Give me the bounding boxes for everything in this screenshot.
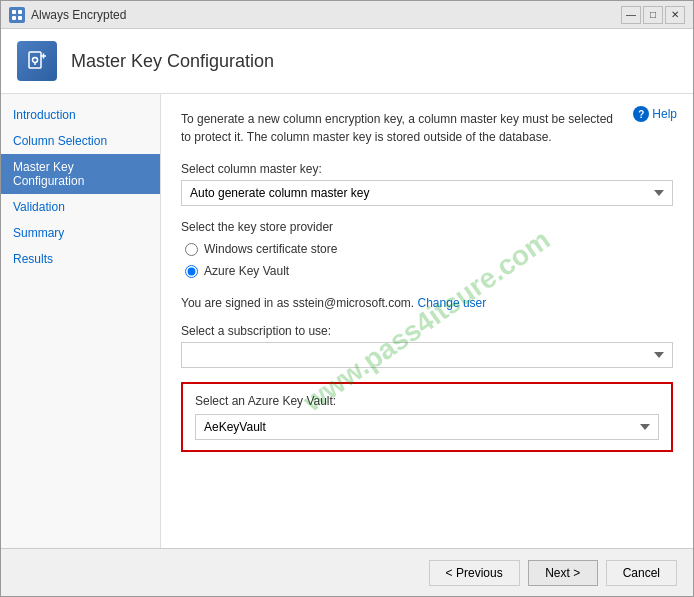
subscription-group: Select a subscription to use: — [181, 324, 673, 368]
svg-point-5 — [33, 58, 38, 63]
column-master-key-group: Select column master key: Auto generate … — [181, 162, 673, 206]
signed-in-section: You are signed in as sstein@microsoft.co… — [181, 292, 673, 314]
help-link[interactable]: ? Help — [633, 106, 677, 122]
footer: < Previous Next > Cancel — [1, 548, 693, 596]
sidebar-item-summary[interactable]: Summary — [1, 220, 160, 246]
svg-rect-0 — [12, 10, 16, 14]
radio-windows-cert[interactable]: Windows certificate store — [185, 242, 673, 256]
sidebar-item-introduction[interactable]: Introduction — [1, 102, 160, 128]
sidebar: Introduction Column Selection Master Key… — [1, 94, 161, 548]
sidebar-item-column-selection[interactable]: Column Selection — [1, 128, 160, 154]
svg-rect-1 — [18, 10, 22, 14]
radio-azure-key-vault-input[interactable] — [185, 265, 198, 278]
minimize-button[interactable]: — — [621, 6, 641, 24]
change-user-link[interactable]: Change user — [418, 296, 487, 310]
radio-windows-cert-input[interactable] — [185, 243, 198, 256]
azure-vault-label: Select an Azure Key Vault: — [195, 394, 659, 408]
app-icon — [9, 7, 25, 23]
svg-rect-4 — [29, 52, 41, 68]
header-icon — [17, 41, 57, 81]
column-master-key-label: Select column master key: — [181, 162, 673, 176]
subscription-select[interactable] — [181, 342, 673, 368]
description-text: To generate a new column encryption key,… — [181, 110, 673, 146]
cancel-button[interactable]: Cancel — [606, 560, 677, 586]
radio-windows-cert-label: Windows certificate store — [204, 242, 337, 256]
close-button[interactable]: ✕ — [665, 6, 685, 24]
radio-azure-key-vault[interactable]: Azure Key Vault — [185, 264, 673, 278]
dialog-title: Master Key Configuration — [71, 51, 274, 72]
key-store-section: Select the key store provider Windows ce… — [181, 220, 673, 278]
azure-vault-select[interactable]: AeKeyVault — [195, 414, 659, 440]
title-bar-left: Always Encrypted — [9, 7, 126, 23]
subscription-label: Select a subscription to use: — [181, 324, 673, 338]
window-title: Always Encrypted — [31, 8, 126, 22]
window-controls: — □ ✕ — [621, 6, 685, 24]
help-icon: ? — [633, 106, 649, 122]
sidebar-item-validation[interactable]: Validation — [1, 194, 160, 220]
column-master-key-select[interactable]: Auto generate column master keyNew keyEx… — [181, 180, 673, 206]
key-store-label: Select the key store provider — [181, 220, 673, 234]
help-label: Help — [652, 107, 677, 121]
signed-in-text: You are signed in as sstein@microsoft.co… — [181, 296, 414, 310]
sidebar-item-results[interactable]: Results — [1, 246, 160, 272]
azure-vault-section: Select an Azure Key Vault: AeKeyVault — [181, 382, 673, 452]
maximize-button[interactable]: □ — [643, 6, 663, 24]
radio-azure-key-vault-label: Azure Key Vault — [204, 264, 289, 278]
previous-button[interactable]: < Previous — [429, 560, 520, 586]
next-button[interactable]: Next > — [528, 560, 598, 586]
radio-group: Windows certificate store Azure Key Vaul… — [185, 242, 673, 278]
main-window: Always Encrypted — □ ✕ Master Key Config… — [0, 0, 694, 597]
title-bar: Always Encrypted — □ ✕ — [1, 1, 693, 29]
main-content: ? Help To generate a new column encrypti… — [161, 94, 693, 548]
svg-rect-3 — [18, 16, 22, 20]
sidebar-item-master-key-configuration[interactable]: Master Key Configuration — [1, 154, 160, 194]
svg-rect-2 — [12, 16, 16, 20]
dialog-header: Master Key Configuration — [1, 29, 693, 94]
dialog-content: Introduction Column Selection Master Key… — [1, 94, 693, 548]
